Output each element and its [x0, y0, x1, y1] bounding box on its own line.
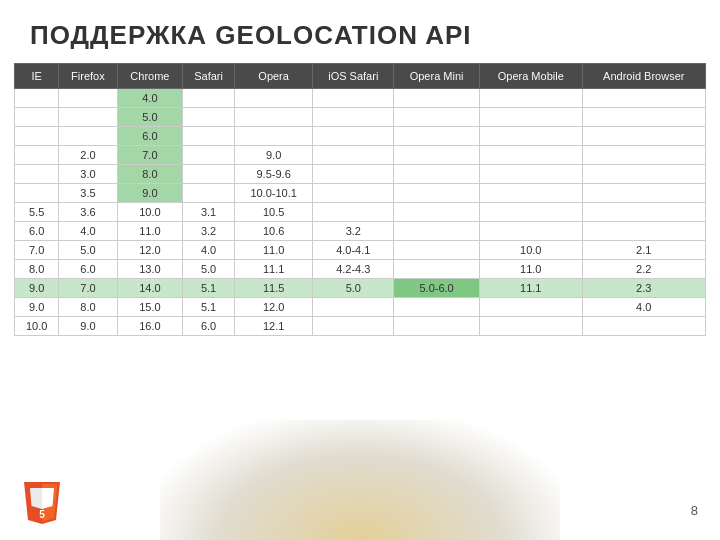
cell-android: 4.0	[582, 298, 705, 317]
table-row: 5.53.610.03.110.5	[15, 203, 706, 222]
cell-opera_mini	[394, 89, 480, 108]
cell-android	[582, 184, 705, 203]
cell-ie: 6.0	[15, 222, 59, 241]
page-title: ПОДДЕРЖКА GEOLOCATION API	[0, 0, 720, 63]
table-header-row: IE Firefox Chrome Safari Opera iOS Safar…	[15, 64, 706, 89]
cell-android	[582, 108, 705, 127]
table-row: 6.0	[15, 127, 706, 146]
cell-safari	[183, 127, 235, 146]
table-row: 4.0	[15, 89, 706, 108]
cell-android	[582, 222, 705, 241]
table-row: 8.06.013.05.011.14.2-4.311.02.2	[15, 260, 706, 279]
cell-opera: 11.1	[234, 260, 313, 279]
cell-opera: 12.1	[234, 317, 313, 336]
page-number: 8	[691, 503, 698, 518]
cell-opera_mini	[394, 317, 480, 336]
cell-ios_safari	[313, 89, 394, 108]
header-chrome: Chrome	[117, 64, 183, 89]
cell-safari: 6.0	[183, 317, 235, 336]
cell-opera: 10.5	[234, 203, 313, 222]
cell-ie: 10.0	[15, 317, 59, 336]
cell-opera	[234, 89, 313, 108]
cell-chrome: 7.0	[117, 146, 183, 165]
cell-opera_mobile	[479, 317, 582, 336]
cell-opera: 11.5	[234, 279, 313, 298]
cell-chrome: 4.0	[117, 89, 183, 108]
table-row: 6.04.011.03.210.63.2	[15, 222, 706, 241]
cell-opera_mini	[394, 127, 480, 146]
cell-opera_mini	[394, 165, 480, 184]
cell-opera: 12.0	[234, 298, 313, 317]
cell-opera_mobile	[479, 165, 582, 184]
cell-ios_safari	[313, 298, 394, 317]
cell-safari	[183, 108, 235, 127]
cell-android	[582, 146, 705, 165]
cell-opera	[234, 127, 313, 146]
cell-opera_mini: 5.0-6.0	[394, 279, 480, 298]
cell-opera: 10.0-10.1	[234, 184, 313, 203]
cell-chrome: 13.0	[117, 260, 183, 279]
cell-opera_mini	[394, 298, 480, 317]
cell-opera_mini	[394, 146, 480, 165]
cell-chrome: 6.0	[117, 127, 183, 146]
header-ios-safari: iOS Safari	[313, 64, 394, 89]
cell-android	[582, 89, 705, 108]
cell-opera: 9.5-9.6	[234, 165, 313, 184]
cell-safari: 4.0	[183, 241, 235, 260]
cell-opera_mini	[394, 184, 480, 203]
cell-chrome: 10.0	[117, 203, 183, 222]
cell-chrome: 14.0	[117, 279, 183, 298]
cell-chrome: 12.0	[117, 241, 183, 260]
table-row: 3.59.010.0-10.1	[15, 184, 706, 203]
cell-ie	[15, 146, 59, 165]
table-row: 5.0	[15, 108, 706, 127]
header-android: Android Browser	[582, 64, 705, 89]
cell-opera: 11.0	[234, 241, 313, 260]
cell-opera	[234, 108, 313, 127]
cell-chrome: 8.0	[117, 165, 183, 184]
cell-ios_safari	[313, 146, 394, 165]
cell-ie	[15, 165, 59, 184]
cell-chrome: 9.0	[117, 184, 183, 203]
svg-text:5: 5	[39, 509, 45, 520]
cell-ios_safari	[313, 165, 394, 184]
cell-ios_safari: 4.2-4.3	[313, 260, 394, 279]
cell-opera_mobile	[479, 203, 582, 222]
cell-ie	[15, 89, 59, 108]
cell-chrome: 5.0	[117, 108, 183, 127]
header-opera-mobile: Opera Mobile	[479, 64, 582, 89]
cell-opera_mobile: 10.0	[479, 241, 582, 260]
cell-ios_safari: 3.2	[313, 222, 394, 241]
cell-opera_mini	[394, 260, 480, 279]
html5-badge: 5	[20, 480, 64, 524]
cell-firefox: 2.0	[59, 146, 117, 165]
cell-android	[582, 317, 705, 336]
compatibility-table: IE Firefox Chrome Safari Opera iOS Safar…	[14, 63, 706, 336]
cell-android: 2.2	[582, 260, 705, 279]
cell-android	[582, 127, 705, 146]
cell-firefox	[59, 108, 117, 127]
cell-ie	[15, 184, 59, 203]
cell-firefox: 3.5	[59, 184, 117, 203]
cell-chrome: 15.0	[117, 298, 183, 317]
cell-ios_safari	[313, 184, 394, 203]
cell-opera_mobile	[479, 298, 582, 317]
cell-safari: 5.1	[183, 279, 235, 298]
cell-ie	[15, 127, 59, 146]
table-row: 3.08.09.5-9.6	[15, 165, 706, 184]
cell-safari: 3.2	[183, 222, 235, 241]
cell-android	[582, 165, 705, 184]
cell-firefox: 6.0	[59, 260, 117, 279]
cell-android	[582, 203, 705, 222]
cell-opera_mobile	[479, 89, 582, 108]
cell-opera_mini	[394, 241, 480, 260]
cell-firefox: 8.0	[59, 298, 117, 317]
cell-android: 2.3	[582, 279, 705, 298]
cell-firefox: 3.0	[59, 165, 117, 184]
cell-firefox: 7.0	[59, 279, 117, 298]
cell-safari	[183, 89, 235, 108]
header-ie: IE	[15, 64, 59, 89]
cell-ios_safari: 4.0-4.1	[313, 241, 394, 260]
header-opera: Opera	[234, 64, 313, 89]
cell-safari	[183, 146, 235, 165]
